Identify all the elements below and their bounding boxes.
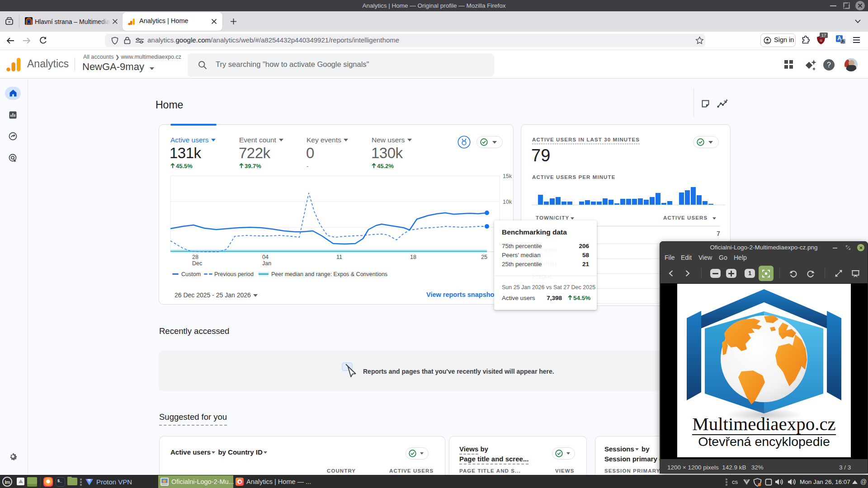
svg-text:u: u: [820, 38, 822, 42]
